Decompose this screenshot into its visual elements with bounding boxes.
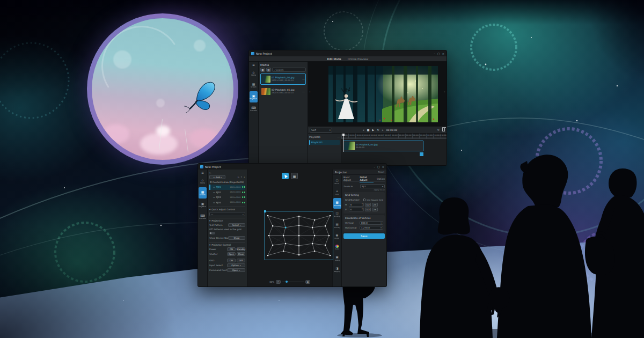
collapse-right-icon[interactable]: › <box>444 90 445 93</box>
trash-icon[interactable] <box>442 128 445 131</box>
select-value: Option <box>231 264 238 267</box>
media-item[interactable]: 01 Playback_00.jpg 1920×1080 | 00:00:10 … <box>260 74 306 85</box>
more-icon[interactable]: ⋯ <box>302 78 305 81</box>
maximize-icon[interactable]: ▢ <box>437 52 440 55</box>
list-view-button[interactable]: ▤ <box>266 68 271 72</box>
status-dots <box>242 196 245 198</box>
zoom-slider-thumb[interactable] <box>286 281 288 283</box>
timeline-ruler[interactable]: 00:00:00 00:00:0200:00:0400:00:0600:00:0… <box>341 134 447 139</box>
preview-viewport[interactable]: ‹ › <box>308 62 447 127</box>
sidebar-item-playback[interactable]: ▣ Playback <box>199 199 207 210</box>
add-button[interactable]: + Add ▾ <box>209 175 225 179</box>
pattern-toggle[interactable] <box>209 232 215 234</box>
move-down-icon[interactable]: ↓ <box>243 176 245 179</box>
quick-adjust-section-header[interactable]: ▾ Quick Adjust Control <box>209 207 245 211</box>
playlist-item[interactable]: Playlist01 <box>309 140 340 145</box>
shutter-close-button[interactable]: Close <box>237 252 245 256</box>
window1-mode-tabs: Edit Mode Online Preview <box>249 56 447 62</box>
tab-edit-mode[interactable]: Edit Mode <box>327 57 341 61</box>
playhead[interactable] <box>343 134 343 152</box>
back-icon[interactable]: ← <box>209 171 211 174</box>
sidebar-item-screen[interactable]: ▦ Screen <box>250 79 258 91</box>
more-icon[interactable]: ⋯ <box>337 135 340 138</box>
window2-title: New Project <box>205 165 221 168</box>
skip-end-icon[interactable]: » <box>382 128 384 131</box>
forest-preview-image <box>328 66 438 122</box>
osd-off-button[interactable]: OFF <box>237 259 245 262</box>
close-icon[interactable]: × <box>442 52 444 55</box>
projector-icon: ▭ <box>213 186 215 188</box>
warp-canvas[interactable]: ▦ <box>247 170 332 287</box>
projector-item-pj04[interactable]: ▭ PJ04 1920×1080 <box>209 200 245 205</box>
move-up-icon[interactable]: ↑ <box>240 176 243 179</box>
show-device-button[interactable]: Show <box>228 236 245 240</box>
search-icon: ⌕ <box>274 69 275 71</box>
ruler-tick: 00:00:12 <box>384 134 391 138</box>
sidebar-item-home[interactable]: ⌂ Home <box>199 175 207 187</box>
power-label: Power <box>209 248 227 251</box>
grid-tool-button[interactable]: ▦ <box>291 173 298 179</box>
input-select-dropdown[interactable]: Option ▾ <box>227 263 245 267</box>
collapse-left-icon[interactable]: ‹ <box>309 90 310 93</box>
sidebar-item-console[interactable]: ⌨ Console <box>199 211 207 222</box>
flower-stem <box>185 129 188 152</box>
sort-select[interactable]: Sort ▾ <box>310 128 332 133</box>
projector-control-section-header[interactable]: ▾ Projector Control <box>209 242 245 247</box>
selected-mesh-point <box>285 227 287 229</box>
more-icon[interactable]: ⋯ <box>302 90 305 93</box>
menu-icon[interactable]: ≡ <box>201 171 204 175</box>
timecode: 00:00:00 <box>386 129 398 131</box>
app-logo-icon <box>251 52 254 55</box>
sidebar-item-playback[interactable]: ▣ Playback <box>250 91 258 102</box>
bokeh-circle <box>113 50 131 69</box>
refresh-icon[interactable]: ↻ <box>237 176 239 179</box>
loop-icon[interactable]: ↻ <box>377 128 379 131</box>
refresh-icon[interactable]: ↻ <box>437 128 440 131</box>
skip-start-icon[interactable]: « <box>363 128 364 131</box>
stop-icon[interactable]: ■ <box>367 128 370 131</box>
projector-name: PJ03 <box>216 196 224 199</box>
command-control-dropdown[interactable]: Open ▾ <box>227 268 245 272</box>
projector-item-pj01[interactable]: ▭ PJ01 1920×1080 <box>209 185 245 190</box>
window1-sidebar: ≡ ⌂ Home ▦ Screen ▣ Playback ⌨ Console <box>249 62 259 166</box>
media-item-meta: 1920×1080 | 00:00:10 <box>272 92 301 94</box>
media-search[interactable]: ⌕ <box>272 68 306 72</box>
fit-view-button[interactable]: ▢ <box>276 280 281 284</box>
projector-item-pj03[interactable]: ▭ PJ03 1920×1080 <box>209 195 245 200</box>
sidebar-item-screen[interactable]: ▦ Screen <box>199 187 207 199</box>
media-item[interactable]: 02 Playback_01.jpg 1920×1080 | 00:00:10 … <box>260 86 306 97</box>
osd-on-button[interactable]: ON <box>227 259 236 262</box>
tab-online-preview[interactable]: Online Preview <box>348 57 369 61</box>
projection-section-header[interactable]: ▾ Projection <box>209 218 245 223</box>
cursor-tool-button[interactable] <box>282 173 289 179</box>
power-standby-button[interactable]: Standby <box>237 247 245 251</box>
grid-view-button[interactable]: ▦ <box>260 68 265 72</box>
timeline-clip[interactable]: 01 Playback_00.jpg 00:00:10 <box>343 141 423 151</box>
sidebar-label: Home <box>200 182 205 184</box>
zoom-value: 30% <box>269 281 274 283</box>
select-value: — <box>211 213 213 216</box>
zoom-in-button[interactable]: ▦ <box>305 280 310 284</box>
fit-icon: ▢ <box>277 281 280 283</box>
select-value: Select <box>232 224 239 226</box>
test-pattern-select[interactable]: Select ▾ <box>228 223 245 227</box>
projector-item-pj02[interactable]: ▭ PJ02 1920×1080 <box>209 190 245 195</box>
window1-titlebar[interactable]: New Project – ▢ × <box>249 50 447 56</box>
ruler-tick: 00:00:18 <box>405 134 412 138</box>
butterfly <box>181 80 220 115</box>
power-on-button[interactable]: ON <box>227 247 236 251</box>
minimize-icon[interactable]: – <box>434 52 436 55</box>
search-input[interactable] <box>275 69 304 71</box>
clip-thumbnail <box>344 142 355 150</box>
quick-adjust-select[interactable]: — ⌕ <box>209 212 245 216</box>
zoom-slider[interactable] <box>282 282 304 282</box>
projector-name: PJ01 <box>216 186 224 188</box>
menu-icon[interactable]: ≡ <box>252 63 255 67</box>
grid-view-icon: ▦ <box>261 69 264 71</box>
sidebar-item-console[interactable]: ⌨ Console <box>250 103 258 114</box>
sidebar-item-home[interactable]: ⌂ Home <box>250 68 258 79</box>
ruler-tick: 00:00:24 <box>426 134 433 138</box>
play-icon[interactable]: ▶ <box>372 128 375 131</box>
shutter-open-button[interactable]: Open <box>227 252 236 256</box>
tree-root-item[interactable]: ⊞ Contents Area (Projector01) <box>209 180 245 185</box>
